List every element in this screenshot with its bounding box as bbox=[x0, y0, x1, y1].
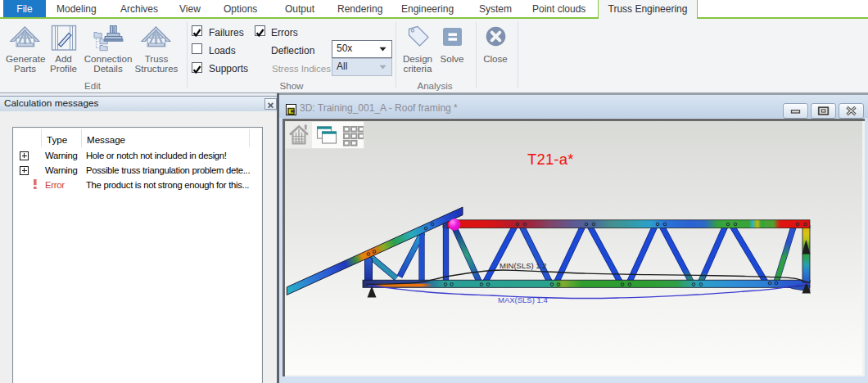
svg-text:MIN(SLS) 1.2: MIN(SLS) 1.2 bbox=[500, 260, 547, 269]
svg-text:MAX(SLS) 1.4: MAX(SLS) 1.4 bbox=[498, 295, 548, 304]
